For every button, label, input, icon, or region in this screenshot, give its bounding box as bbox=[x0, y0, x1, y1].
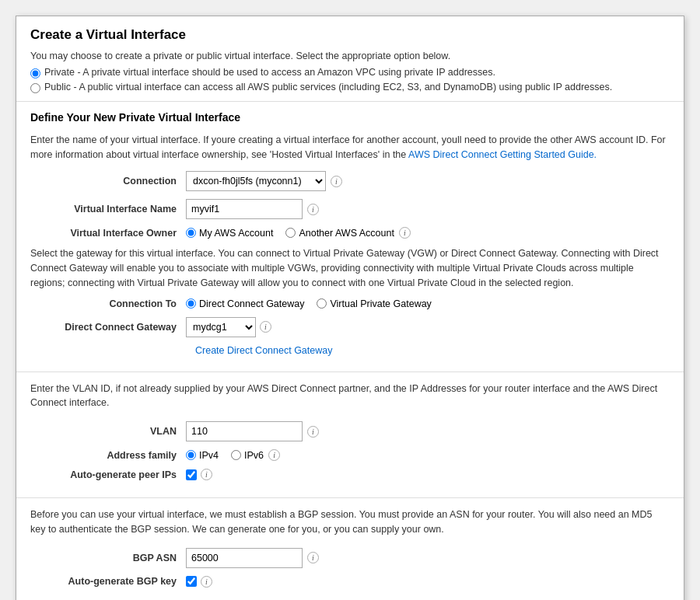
auto-peer-label: Auto-generate peer IPs bbox=[30, 469, 186, 480]
define-section-title: Define Your New Private Virtual Interfac… bbox=[30, 111, 670, 127]
intro-text: You may choose to create a private or pu… bbox=[30, 49, 670, 64]
dcg-label: Direct Connect Gateway bbox=[30, 322, 186, 333]
auto-peer-info-icon[interactable]: i bbox=[201, 469, 212, 480]
ipv6-item: IPv6 bbox=[231, 450, 264, 461]
bgp-asn-row: BGP ASN i bbox=[30, 548, 670, 568]
dcg-info-icon[interactable]: i bbox=[260, 321, 271, 333]
vif-owner-control: My AWS Account Another AWS Account i bbox=[186, 227, 411, 239]
vif-name-input[interactable] bbox=[186, 199, 303, 219]
define-section-desc: Enter the name of your virtual interface… bbox=[30, 133, 670, 162]
bgp-desc: Before you can use your virtual interfac… bbox=[30, 508, 670, 537]
ipv6-radio[interactable] bbox=[231, 450, 241, 460]
bgp-key-label: Auto-generate BGP key bbox=[30, 576, 186, 587]
ipv4-item: IPv4 bbox=[186, 450, 219, 461]
connection-to-radio-group: Direct Connect Gateway Virtual Private G… bbox=[186, 298, 432, 309]
create-dcg-link-row: Create Direct Connect Gateway bbox=[195, 345, 670, 356]
bgp-key-info-icon[interactable]: i bbox=[201, 576, 212, 588]
auto-peer-checkbox-item: i bbox=[186, 469, 212, 480]
vlan-label: VLAN bbox=[30, 426, 186, 437]
vpg-radio[interactable] bbox=[317, 298, 327, 309]
connection-label: Connection bbox=[30, 176, 186, 187]
bgp-asn-input[interactable] bbox=[186, 548, 303, 568]
vlan-row: VLAN i bbox=[30, 421, 670, 441]
vif-name-row: Virtual Interface Name i bbox=[30, 199, 670, 219]
auto-peer-checkbox[interactable] bbox=[186, 469, 197, 480]
addr-family-info-icon[interactable]: i bbox=[268, 449, 280, 461]
create-virtual-interface-dialog: Create a Virtual Interface You may choos… bbox=[16, 16, 684, 600]
vif-name-label: Virtual Interface Name bbox=[30, 204, 186, 215]
connection-info-icon[interactable]: i bbox=[331, 176, 342, 187]
vlan-input[interactable] bbox=[186, 421, 303, 441]
ipv4-radio[interactable] bbox=[186, 450, 196, 460]
connection-select[interactable]: dxcon-fh0jl5fs (myconn1) bbox=[186, 171, 326, 191]
bgp-asn-label: BGP ASN bbox=[30, 553, 186, 563]
dcg-option-label: Direct Connect Gateway bbox=[199, 298, 304, 309]
address-family-control: IPv4 IPv6 i bbox=[186, 449, 280, 461]
dcg-radio[interactable] bbox=[186, 298, 196, 309]
vif-owner-row: Virtual Interface Owner My AWS Account A… bbox=[30, 227, 670, 239]
connection-to-label: Connection To bbox=[30, 298, 186, 309]
bgp-section: Before you can use your virtual interfac… bbox=[16, 498, 684, 600]
public-option-row: Public - A public virtual interface can … bbox=[30, 82, 670, 93]
connection-control: dxcon-fh0jl5fs (myconn1) i bbox=[186, 171, 342, 191]
bgp-asn-info-icon[interactable]: i bbox=[307, 552, 319, 563]
my-account-label: My AWS Account bbox=[199, 228, 273, 239]
private-radio[interactable] bbox=[30, 68, 40, 78]
private-option-label: Private - A private virtual interface sh… bbox=[44, 67, 495, 78]
address-family-row: Address family IPv4 IPv6 i bbox=[30, 449, 670, 461]
vif-name-control: i bbox=[186, 199, 319, 219]
getting-started-link[interactable]: AWS Direct Connect Getting Started Guide… bbox=[408, 149, 597, 160]
dialog-header: Create a Virtual Interface You may choos… bbox=[16, 16, 684, 102]
vlan-control: i bbox=[186, 421, 319, 441]
my-account-radio[interactable] bbox=[186, 228, 196, 238]
vif-owner-label: Virtual Interface Owner bbox=[30, 228, 186, 239]
vpg-option-label: Virtual Private Gateway bbox=[330, 298, 431, 309]
public-option-label: Public - A public virtual interface can … bbox=[44, 82, 612, 92]
vlan-info-icon[interactable]: i bbox=[307, 426, 319, 438]
ipv4-label: IPv4 bbox=[199, 450, 219, 461]
my-account-item: My AWS Account bbox=[186, 228, 273, 239]
auto-peer-row: Auto-generate peer IPs i bbox=[30, 469, 670, 480]
connection-row: Connection dxcon-fh0jl5fs (myconn1) i bbox=[30, 171, 670, 191]
address-family-radio-group: IPv4 IPv6 bbox=[186, 450, 264, 461]
private-option-row: Private - A private virtual interface sh… bbox=[30, 67, 670, 78]
auto-peer-control: i bbox=[186, 469, 212, 480]
owner-radio-group: My AWS Account Another AWS Account bbox=[186, 228, 394, 239]
bgp-key-checkbox-item: i bbox=[186, 576, 212, 588]
another-account-label: Another AWS Account bbox=[299, 228, 394, 239]
dcg-item: Direct Connect Gateway bbox=[186, 298, 304, 309]
vlan-desc: Enter the VLAN ID, if not already suppli… bbox=[30, 382, 670, 411]
bgp-key-checkbox[interactable] bbox=[186, 576, 197, 587]
another-account-radio[interactable] bbox=[285, 228, 296, 238]
dcg-row: Direct Connect Gateway mydcg1 i bbox=[30, 317, 670, 337]
connection-to-row: Connection To Direct Connect Gateway Vir… bbox=[30, 298, 670, 309]
owner-info-icon[interactable]: i bbox=[399, 227, 411, 239]
another-account-item: Another AWS Account bbox=[285, 228, 394, 239]
vpg-item: Virtual Private Gateway bbox=[317, 298, 431, 309]
dcg-select[interactable]: mydcg1 bbox=[186, 317, 256, 337]
define-section: Define Your New Private Virtual Interfac… bbox=[16, 102, 684, 372]
dcg-control: mydcg1 i bbox=[186, 317, 271, 337]
ipv6-label: IPv6 bbox=[244, 450, 264, 461]
vlan-section: Enter the VLAN ID, if not already suppli… bbox=[16, 372, 684, 499]
public-radio[interactable] bbox=[30, 83, 40, 93]
address-family-label: Address family bbox=[30, 450, 186, 461]
bgp-asn-control: i bbox=[186, 548, 319, 568]
connection-to-control: Direct Connect Gateway Virtual Private G… bbox=[186, 298, 432, 309]
bgp-key-row: Auto-generate BGP key i bbox=[30, 576, 670, 588]
bgp-key-control: i bbox=[186, 576, 212, 588]
gateway-desc: Select the gateway for this virtual inte… bbox=[30, 246, 670, 290]
vif-name-info-icon[interactable]: i bbox=[307, 204, 319, 215]
dialog-title: Create a Virtual Interface bbox=[30, 27, 670, 43]
create-dcg-link[interactable]: Create Direct Connect Gateway bbox=[195, 345, 332, 356]
